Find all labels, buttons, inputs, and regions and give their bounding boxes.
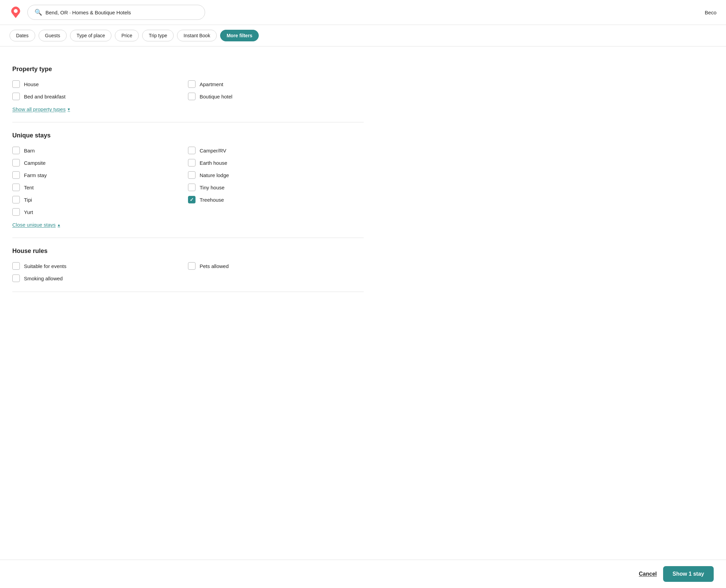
property-type-left: House Bed and breakfast bbox=[12, 80, 188, 100]
filter-btn-instant-book[interactable]: Instant Book bbox=[177, 30, 217, 41]
checkbox-earth-house[interactable] bbox=[188, 159, 196, 166]
checkbox-item-treehouse[interactable]: Treehouse bbox=[188, 196, 364, 203]
checkbox-nature-lodge[interactable] bbox=[188, 171, 196, 179]
label-barn: Barn bbox=[24, 148, 35, 153]
checkbox-item-yurt[interactable]: Yurt bbox=[12, 208, 188, 216]
chevron-down-icon: ▾ bbox=[68, 107, 70, 112]
filter-btn-trip-type[interactable]: Trip type bbox=[142, 30, 174, 41]
checkbox-smoking-allowed[interactable] bbox=[12, 275, 20, 282]
checkbox-bed-breakfast[interactable] bbox=[12, 93, 20, 100]
checkbox-item-house[interactable]: House bbox=[12, 80, 188, 88]
house-rules-right: Pets allowed bbox=[188, 262, 364, 282]
filter-btn-dates[interactable]: Dates bbox=[10, 30, 35, 41]
checkbox-item-nature-lodge[interactable]: Nature lodge bbox=[188, 171, 364, 179]
checkbox-pets-allowed[interactable] bbox=[188, 262, 196, 270]
unique-stays-section: Unique stays Barn Campsite Farm stay bbox=[12, 122, 364, 238]
checkbox-item-pets-allowed[interactable]: Pets allowed bbox=[188, 262, 364, 270]
checkbox-item-suitable-events[interactable]: Suitable for events bbox=[12, 262, 188, 270]
chevron-up-icon: ▴ bbox=[58, 222, 60, 227]
checkbox-suitable-events[interactable] bbox=[12, 262, 20, 270]
label-campsite: Campsite bbox=[24, 160, 45, 166]
label-farm-stay: Farm stay bbox=[24, 172, 47, 178]
label-treehouse: Treehouse bbox=[200, 197, 224, 203]
show-all-label: Show all property types bbox=[12, 106, 66, 112]
checkbox-tiny-house[interactable] bbox=[188, 184, 196, 191]
main-content: Property type House Bed and breakfast Ap… bbox=[0, 46, 376, 302]
unique-stays-title: Unique stays bbox=[12, 132, 364, 139]
label-yurt: Yurt bbox=[24, 209, 33, 215]
house-rules-left: Suitable for events Smoking allowed bbox=[12, 262, 188, 282]
checkbox-house[interactable] bbox=[12, 80, 20, 88]
filter-btn-type-of-place[interactable]: Type of place bbox=[70, 30, 111, 41]
label-suitable-events: Suitable for events bbox=[24, 263, 66, 269]
checkbox-item-farm-stay[interactable]: Farm stay bbox=[12, 171, 188, 179]
checkbox-apartment[interactable] bbox=[188, 80, 196, 88]
checkbox-campsite[interactable] bbox=[12, 159, 20, 166]
header: 🔍 Beco bbox=[0, 0, 726, 25]
checkbox-item-smoking-allowed[interactable]: Smoking allowed bbox=[12, 275, 188, 282]
label-tipi: Tipi bbox=[24, 197, 32, 203]
label-apartment: Apartment bbox=[200, 81, 223, 87]
checkbox-tent[interactable] bbox=[12, 184, 20, 191]
close-unique-stays-label: Close unique stays bbox=[12, 222, 56, 228]
property-type-section: Property type House Bed and breakfast Ap… bbox=[12, 56, 364, 122]
property-type-right: Apartment Boutique hotel bbox=[188, 80, 364, 100]
close-unique-stays-button[interactable]: Close unique stays ▴ bbox=[12, 222, 60, 228]
checkbox-item-tipi[interactable]: Tipi bbox=[12, 196, 188, 203]
checkbox-item-bed-breakfast[interactable]: Bed and breakfast bbox=[12, 93, 188, 100]
unique-stays-left: Barn Campsite Farm stay Tent Tipi bbox=[12, 147, 188, 216]
checkbox-item-campsite[interactable]: Campsite bbox=[12, 159, 188, 166]
property-type-grid: House Bed and breakfast Apartment Boutiq… bbox=[12, 80, 364, 100]
label-smoking-allowed: Smoking allowed bbox=[24, 276, 63, 281]
house-rules-section: House rules Suitable for events Smoking … bbox=[12, 238, 364, 292]
label-bed-breakfast: Bed and breakfast bbox=[24, 94, 66, 99]
logo bbox=[10, 6, 22, 18]
label-pets-allowed: Pets allowed bbox=[200, 263, 229, 269]
checkbox-item-tent[interactable]: Tent bbox=[12, 184, 188, 191]
filter-btn-more-filters[interactable]: More filters bbox=[220, 30, 259, 41]
search-input[interactable] bbox=[45, 10, 198, 15]
label-boutique-hotel: Boutique hotel bbox=[200, 94, 232, 99]
filter-bar: DatesGuestsType of placePriceTrip typeIn… bbox=[0, 25, 726, 46]
property-type-title: Property type bbox=[12, 66, 364, 73]
label-nature-lodge: Nature lodge bbox=[200, 172, 229, 178]
checkbox-item-apartment[interactable]: Apartment bbox=[188, 80, 364, 88]
checkbox-tipi[interactable] bbox=[12, 196, 20, 203]
filter-btn-price[interactable]: Price bbox=[115, 30, 139, 41]
label-house: House bbox=[24, 81, 39, 87]
show-all-property-types-button[interactable]: Show all property types ▾ bbox=[12, 106, 70, 112]
label-tent: Tent bbox=[24, 185, 33, 190]
checkbox-item-earth-house[interactable]: Earth house bbox=[188, 159, 364, 166]
checkbox-barn[interactable] bbox=[12, 147, 20, 154]
checkbox-boutique-hotel[interactable] bbox=[188, 93, 196, 100]
checkbox-item-camper-rv[interactable]: Camper/RV bbox=[188, 147, 364, 154]
label-tiny-house: Tiny house bbox=[200, 185, 225, 190]
search-icon: 🔍 bbox=[35, 9, 42, 16]
house-rules-title: House rules bbox=[12, 248, 364, 255]
checkbox-item-boutique-hotel[interactable]: Boutique hotel bbox=[188, 93, 364, 100]
checkbox-farm-stay[interactable] bbox=[12, 171, 20, 179]
unique-stays-grid: Barn Campsite Farm stay Tent Tipi bbox=[12, 147, 364, 216]
checkbox-item-barn[interactable]: Barn bbox=[12, 147, 188, 154]
checkbox-treehouse[interactable] bbox=[188, 196, 196, 203]
unique-stays-right: Camper/RV Earth house Nature lodge Tiny … bbox=[188, 147, 364, 216]
search-bar[interactable]: 🔍 bbox=[27, 5, 205, 20]
filter-btn-guests[interactable]: Guests bbox=[39, 30, 67, 41]
user-label: Beco bbox=[705, 10, 716, 15]
label-earth-house: Earth house bbox=[200, 160, 227, 166]
checkbox-yurt[interactable] bbox=[12, 208, 20, 216]
label-camper-rv: Camper/RV bbox=[200, 148, 226, 153]
checkbox-item-tiny-house[interactable]: Tiny house bbox=[188, 184, 364, 191]
checkbox-camper-rv[interactable] bbox=[188, 147, 196, 154]
house-rules-grid: Suitable for events Smoking allowed Pets… bbox=[12, 262, 364, 282]
